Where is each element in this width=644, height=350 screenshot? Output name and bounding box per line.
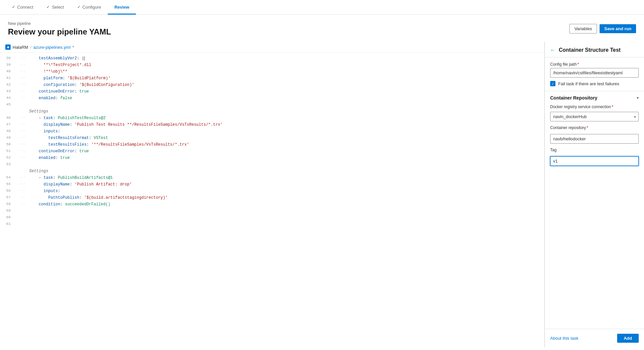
code-line-49: 49 ··· testResultsFormat: VSTest [0, 135, 544, 142]
code-line-38: 38 ··· testAssemblyVer2: | [0, 55, 544, 62]
breadcrumb-repo: HalaRM [13, 45, 28, 50]
page-title: Review your pipeline YAML [8, 27, 111, 36]
check-icon-connect: ✓ [12, 5, 15, 9]
header-left: New pipeline Review your pipeline YAML [8, 21, 111, 36]
back-button[interactable]: ← [550, 47, 555, 53]
config-file-path-input[interactable] [550, 68, 639, 78]
check-mark-icon: ✓ [551, 82, 554, 86]
code-line-42: 42 ··· configuration: '$(BuildConfigurat… [0, 82, 544, 89]
tab-connect-label: Connect [17, 5, 33, 10]
container-repo-input-label: Container repository* [550, 125, 639, 130]
code-line-46: 46 ··· - task: PublishTestResults@2 [0, 115, 544, 122]
tab-connect[interactable]: ✓ Connect [5, 0, 40, 15]
variables-button[interactable]: Variables [569, 24, 597, 34]
code-line-45: 45 [0, 102, 544, 108]
code-line-57: 57 ··· PathtoPublish: '$(build.artifacts… [0, 195, 544, 201]
code-line-56: 56 ··· inputs: [0, 188, 544, 195]
container-repo-header[interactable]: Container Repository ▾ [550, 95, 639, 101]
code-line-54: 54 ··· - task: PublishBuildArtifacts@1 [0, 175, 544, 181]
code-line-41: 41 ··· platform: '$(BuildPlatform)' [0, 75, 544, 82]
check-icon-select: ✓ [46, 5, 50, 9]
container-repository-field: Container repository* [550, 125, 639, 144]
code-line-59: 59 [0, 208, 544, 215]
code-line-48: 48 ··· inputs: [0, 128, 544, 135]
tab-review[interactable]: Review [108, 0, 136, 15]
code-line-39: 39 ··· **\*TestProject*.dll [0, 62, 544, 69]
fail-task-checkbox-row: ✓ Fail task if there are test failures [550, 81, 639, 86]
docker-registry-label: Docker registry service connection* [550, 105, 639, 109]
code-line-60: 60 [0, 215, 544, 221]
panel-footer: About this task Add [545, 329, 644, 347]
breadcrumb-modified: * [73, 45, 74, 50]
code-line-55: 55 ··· displayName: 'Publish Artifact: d… [0, 181, 544, 188]
right-panel: ← Container Structure Test Config file p… [545, 42, 644, 347]
docker-registry-select-wrapper: navin_dockerHub ▾ [550, 112, 639, 121]
main-layout: ◆ HalaRM / azure-pipelines.yml * 38 ··· … [0, 42, 644, 347]
header-actions: Variables Save and run [569, 24, 636, 34]
code-line-47: 47 ··· displayName: 'Publish Test Result… [0, 122, 544, 128]
about-task-link[interactable]: About this task [550, 336, 578, 341]
code-line-52: 52 ··· enabled: true [0, 155, 544, 162]
tab-select[interactable]: ✓ Select [40, 0, 70, 15]
breadcrumb-separator: / [30, 45, 32, 50]
code-line-40: 40 ··· !**\obj\** [0, 69, 544, 75]
fail-task-checkbox[interactable]: ✓ [550, 81, 555, 86]
code-line-50: 50 ··· testResultsFiles: '**/ResultsFile… [0, 142, 544, 148]
code-line-44: 44 ··· enabled: false [0, 95, 544, 102]
container-repo-title: Container Repository [550, 95, 597, 101]
page-header: New pipeline Review your pipeline YAML V… [0, 15, 644, 42]
container-repo-section: Container Repository ▾ Docker registry s… [545, 91, 644, 170]
config-file-path-label: Config file path* [550, 62, 639, 67]
repo-icon: ◆ [5, 44, 11, 50]
editor-area: ◆ HalaRM / azure-pipelines.yml * 38 ··· … [0, 42, 545, 347]
config-file-path-section: Config file path* ✓ Fail task if there a… [545, 57, 644, 91]
code-line-51: 51 ··· continueOnError: true [0, 148, 544, 155]
panel-header: ← Container Structure Test [545, 42, 644, 57]
tag-field: Tag [550, 148, 639, 166]
file-breadcrumb: ◆ HalaRM / azure-pipelines.yml * [0, 42, 544, 53]
code-line-53: 53 [0, 162, 544, 168]
docker-registry-select[interactable]: navin_dockerHub [550, 112, 639, 121]
container-repo-input[interactable] [550, 134, 639, 144]
breadcrumb-filename: azure-pipelines.yml [33, 45, 71, 50]
check-icon-configure: ✓ [77, 5, 81, 9]
top-navigation: ✓ Connect ✓ Select ✓ Configure Review [0, 0, 644, 15]
tag-input[interactable] [550, 156, 639, 166]
code-line-61: 61 [0, 221, 544, 228]
tab-configure[interactable]: ✓ Configure [71, 0, 108, 15]
tab-configure-label: Configure [83, 5, 101, 10]
tab-review-label: Review [114, 5, 129, 10]
chevron-down-icon: ▾ [637, 96, 639, 100]
code-line-43: 43 ··· continueOnError: true [0, 89, 544, 95]
page-subtitle: New pipeline [8, 21, 111, 26]
docker-registry-field: Docker registry service connection* navi… [550, 105, 639, 121]
save-and-run-button[interactable]: Save and run [600, 24, 636, 33]
panel-title: Container Structure Test [559, 47, 620, 53]
fail-task-label: Fail task if there are test failures [558, 81, 619, 86]
tab-select-label: Select [52, 5, 64, 10]
code-line-settings-1: Settings [0, 108, 544, 115]
code-line-settings-2: Settings [0, 168, 544, 175]
add-button[interactable]: Add [617, 334, 639, 343]
code-editor[interactable]: 38 ··· testAssemblyVer2: | 39 ··· **\*Te… [0, 53, 544, 347]
tag-label: Tag [550, 148, 639, 152]
code-line-58: 58 ··· condition: succeededOrFailed() [0, 201, 544, 208]
